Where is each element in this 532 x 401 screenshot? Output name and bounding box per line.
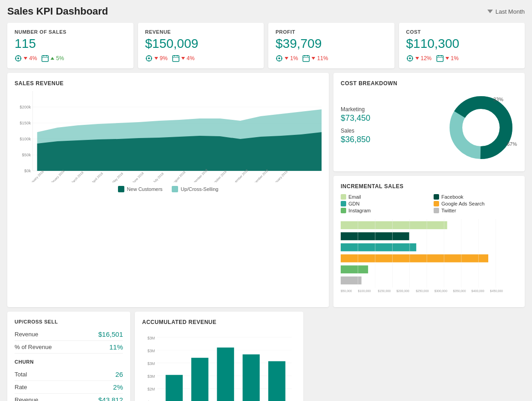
churn-rate-label: Rate [15,384,27,391]
svg-point-1 [17,57,19,59]
svg-text:$100k: $100k [20,137,31,141]
svg-text:May 2018: May 2018 [112,172,124,182]
legend-dot-email [341,194,346,200]
kpi-label-sales: NUMBER OF SALES [15,29,126,35]
svg-text:$300,000: $300,000 [435,289,448,293]
kpi-value-revenue: $150,009 [145,36,257,51]
badge-cal-val-cost: 1% [451,55,459,62]
chart-legend: New Customers Up/Cross-Selling [15,186,322,192]
filter-label: Last Month [496,8,525,15]
churn-title: CHURN [15,359,123,365]
svg-text:$50,000: $50,000 [341,289,352,293]
svg-text:$200,000: $200,000 [396,289,409,293]
legend-label-gdn: GDN [348,201,359,206]
cost-cat-label-sales: Sales [341,128,440,134]
churn-total-row: Total 26 [15,368,123,381]
legend-facebook: Facebook [434,194,517,200]
svg-text:October 2018: October 2018 [211,170,227,182]
svg-rect-74 [341,254,488,262]
kpi-label-profit: PROFIT [276,29,387,35]
upcross-pct-row: % of Revenue 11% [15,341,123,354]
svg-text:$150k: $150k [20,121,31,125]
legend-dot-google-ads [434,201,439,206]
horiz-bar-svg: $50,000 $100,000 $150,000 $200,000 $250,… [341,218,517,298]
crosshair-icon-cost [406,55,414,62]
main-grid: SALES REVENUE $0k $50k $100k $150k $200k [7,73,525,307]
svg-text:$3M: $3M [148,374,155,379]
sales-revenue-title: SALES REVENUE [15,80,322,87]
legend-instagram: Instagram [341,208,425,213]
upcross-revenue-value: $16,501 [98,330,123,338]
kpi-badge-calendar-cost: 1% [436,55,459,62]
badge-target-val-cost: 12% [421,55,432,62]
svg-rect-73 [341,243,416,251]
svg-point-31 [409,57,411,59]
svg-rect-16 [173,56,179,62]
legend-new-customers: New Customers [118,186,163,192]
svg-text:33%: 33% [493,97,503,102]
sales-revenue-card: SALES REVENUE $0k $50k $100k $150k $200k [7,73,329,307]
kpi-label-revenue: REVENUE [145,29,257,35]
cost-breakdown-card: COST BREAKDOWN Marketing $73,450 Sales $… [333,73,525,171]
badge-target-val-sales: 4% [29,55,37,62]
svg-rect-36 [437,56,443,62]
kpi-value-sales: 115 [15,36,126,51]
svg-text:$400,000: $400,000 [471,289,485,293]
header: Sales KPI Dashboard Last Month [7,5,525,17]
badge-cal-val-profit: 11% [317,55,328,62]
svg-rect-110 [217,348,234,401]
filter-button[interactable]: Last Month [487,8,525,15]
calendar-icon-pro [302,55,310,62]
legend-email: Email [341,194,425,200]
svg-rect-111 [243,355,260,401]
kpi-card-profit: PROFIT $39,709 1% 11% [268,23,394,68]
churn-revenue-label: Revenue [15,396,38,401]
filter-arrow-icon [487,10,493,13]
svg-text:$2M: $2M [148,387,155,391]
accumulated-revenue-card: ACCUMULATED REVENUE $3M $3M $3M $3M $2M … [135,312,303,401]
crosshair-icon-rev [145,55,153,62]
legend-label-new: New Customers [127,186,163,192]
incremental-sales-title: INCREMENTAL SALES [341,183,517,190]
accum-revenue-title: ACCUMULATED REVENUE [142,319,296,325]
legend-dot-twitter [434,208,439,213]
svg-text:67%: 67% [507,141,517,147]
legend-upcross: Up/Cross-Selling [172,186,219,192]
legend-dot-instagram [341,208,346,213]
area-chart-svg: $0k $50k $100k $150k $200k January 2018 … [15,91,322,182]
kpi-card-sales: NUMBER OF SALES 115 4% 5% [7,23,133,68]
calendar-icon [41,55,49,62]
churn-total-value: 26 [115,370,123,378]
svg-rect-109 [191,358,209,401]
churn-rate-row: Rate 2% [15,381,123,394]
svg-point-11 [148,57,150,59]
svg-text:January 2018: January 2018 [29,170,45,182]
kpi-badge-target-revenue: 9% [145,55,168,62]
kpi-badges-revenue: 9% 4% [145,55,257,62]
svg-text:February 2018: February 2018 [48,170,66,182]
svg-point-21 [278,57,280,59]
svg-text:August 2018: August 2018 [171,170,186,182]
svg-text:$100,000: $100,000 [358,289,371,293]
badge-target-val-rev: 9% [160,55,168,62]
svg-text:June 2018: June 2018 [132,171,144,182]
svg-text:March 2018: March 2018 [70,171,84,182]
svg-text:$150,000: $150,000 [378,289,391,293]
crosshair-icon [15,55,22,62]
churn-total-label: Total [15,371,27,378]
donut-chart: 33% 67% [445,91,517,164]
svg-text:January 2019: January 2019 [272,170,288,182]
svg-rect-71 [341,221,447,229]
churn-revenue-row: Revenue $43,812 [15,394,123,401]
accum-bar-chart: $3M $3M $3M $3M $2M $2M [142,330,296,401]
calendar-icon-cost [436,55,444,62]
legend-color-new [118,186,124,192]
cost-breakdown-inner: Marketing $73,450 Sales $36,850 [341,91,517,164]
svg-text:$350,000: $350,000 [453,289,466,293]
kpi-row: NUMBER OF SALES 115 4% 5% REVENUE $150,0… [7,23,525,68]
calendar-icon-rev [172,55,179,62]
cost-cat-label-marketing: Marketing [341,106,440,113]
kpi-badges-cost: 12% 1% [406,55,518,62]
legend-dot-gdn [341,201,346,206]
svg-text:$250,000: $250,000 [416,289,429,293]
